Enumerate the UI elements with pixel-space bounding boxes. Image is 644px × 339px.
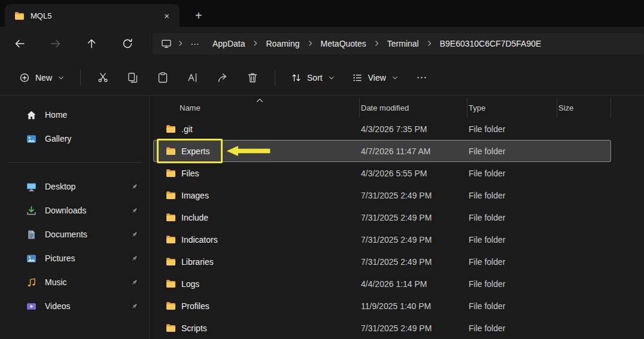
file-date: 7/31/2025 2:49 PM [360, 213, 467, 222]
folder-icon [166, 279, 176, 289]
pictures-icon [26, 254, 37, 264]
chevron-right-icon[interactable] [373, 39, 381, 47]
folder-icon [166, 190, 176, 200]
file-explorer-window: MQL5 × + … AppData Roaming MetaQuotes Te… [0, 0, 644, 339]
chevron-right-icon[interactable] [306, 39, 314, 47]
forward-arrow-icon [50, 38, 62, 50]
share-button[interactable] [209, 66, 236, 89]
folder-icon [166, 323, 176, 333]
folder-icon [166, 234, 176, 245]
file-row-experts[interactable]: Experts 4/7/2026 11:47 AM File folder [153, 140, 611, 162]
folder-icon [166, 124, 176, 134]
sort-button[interactable]: Sort [284, 68, 342, 88]
column-header-name[interactable]: Name [153, 98, 360, 118]
chevron-right-icon[interactable] [426, 39, 433, 47]
sidebar-item-downloads[interactable]: Downloads [2, 198, 147, 222]
sort-button-label: Sort [307, 73, 323, 83]
up-arrow-icon [86, 38, 98, 50]
file-name: Images [181, 191, 209, 200]
breadcrumb-item-appdata[interactable]: AppData [206, 36, 251, 51]
up-button[interactable] [80, 33, 104, 54]
file-row-logs[interactable]: Logs 4/4/2026 1:14 PM File folder [153, 273, 611, 295]
explorer-tab[interactable]: MQL5 × [5, 4, 180, 27]
videos-icon [26, 301, 37, 311]
sidebar-item-videos[interactable]: Videos [2, 294, 147, 318]
refresh-button[interactable] [116, 33, 139, 54]
file-row-files[interactable]: Files 4/3/2026 5:55 PM File folder [153, 162, 611, 184]
more-options-button[interactable]: ⋯ [408, 66, 436, 89]
file-name: Include [181, 213, 208, 222]
breadcrumb-item-terminal-id[interactable]: B9E60310C6CF7D5FA90E [433, 36, 548, 51]
file-row-images[interactable]: Images 7/31/2025 2:49 PM File folder [153, 184, 611, 206]
sidebar-item-gallery[interactable]: Gallery [2, 127, 147, 151]
file-type: File folder [467, 146, 557, 156]
breadcrumb-overflow-button[interactable]: … [184, 35, 206, 51]
pin-icon [130, 255, 138, 262]
file-list-panel: Name Date modified Type Size .git 4/3/20… [150, 96, 644, 339]
file-row-scripts[interactable]: Scripts 7/31/2025 2:49 PM File folder [153, 317, 611, 339]
breadcrumb-item-roaming[interactable]: Roaming [259, 36, 306, 51]
chevron-right-icon[interactable] [251, 39, 259, 47]
sidebar-item-desktop[interactable]: Desktop [2, 175, 147, 198]
rename-icon [187, 72, 199, 84]
breadcrumb-item-metaquotes[interactable]: MetaQuotes [314, 36, 373, 51]
copy-icon [127, 72, 139, 84]
desktop-icon [26, 182, 37, 192]
back-button[interactable] [8, 33, 32, 54]
file-type: File folder [467, 257, 557, 267]
refresh-icon [121, 38, 133, 50]
chevron-down-icon [391, 74, 399, 81]
cut-button[interactable] [89, 66, 117, 89]
breadcrumb-item-terminal[interactable]: Terminal [381, 36, 426, 51]
rename-button[interactable] [179, 66, 206, 89]
new-button[interactable]: New [12, 68, 72, 88]
folder-icon [14, 11, 25, 21]
toolbar: New Sort View ⋯ [0, 60, 644, 96]
file-type: File folder [467, 213, 557, 222]
file-row-indicators[interactable]: Indicators 7/31/2025 2:49 PM File folder [153, 228, 611, 251]
breadcrumb-this-pc[interactable] [156, 36, 177, 51]
file-type: File folder [467, 323, 557, 333]
sidebar-item-music[interactable]: Music [2, 270, 147, 294]
column-header-type[interactable]: Type [467, 98, 557, 118]
sidebar-item-pictures[interactable]: Pictures [2, 246, 147, 270]
new-tab-button[interactable]: + [188, 4, 209, 27]
file-row-include[interactable]: Include 7/31/2025 2:49 PM File folder [153, 206, 611, 228]
paste-button[interactable] [149, 66, 177, 89]
folder-icon [166, 146, 176, 156]
trash-icon [247, 72, 259, 84]
sidebar-item-documents[interactable]: Documents [2, 222, 147, 246]
chevron-right-icon[interactable] [177, 39, 184, 47]
file-row-libraries[interactable]: Libraries 7/31/2025 2:49 PM File folder [153, 251, 611, 273]
address-bar[interactable]: … AppData Roaming MetaQuotes Terminal B9… [153, 33, 644, 54]
toolbar-separator [275, 70, 275, 85]
file-date: 7/31/2025 2:49 PM [360, 323, 467, 333]
delete-button[interactable] [239, 66, 266, 89]
back-arrow-icon [14, 38, 26, 50]
pin-icon [130, 303, 138, 310]
file-name: Scripts [181, 323, 207, 333]
file-row-profiles[interactable]: Profiles 11/9/2025 1:40 PM File folder [153, 295, 611, 317]
file-type: File folder [467, 124, 557, 134]
file-type: File folder [467, 191, 557, 200]
chevron-down-icon [57, 74, 65, 81]
file-name: Libraries [181, 257, 214, 267]
close-tab-button[interactable]: × [159, 10, 175, 22]
share-icon [217, 72, 229, 84]
sidebar-divider [7, 162, 142, 163]
music-icon [26, 277, 37, 288]
view-button[interactable]: View [345, 68, 406, 88]
sidebar-item-home[interactable]: Home [2, 103, 147, 127]
file-row-git[interactable]: .git 4/3/2026 7:35 PM File folder [153, 118, 611, 140]
toolbar-separator [80, 70, 81, 85]
copy-button[interactable] [119, 66, 147, 89]
folder-icon [166, 168, 176, 178]
file-name: .git [181, 124, 193, 134]
file-date: 11/9/2025 1:40 PM [360, 301, 467, 311]
column-header-date-modified[interactable]: Date modified [360, 98, 467, 118]
sidebar: Home Gallery Desktop Downloads Documents [0, 96, 150, 339]
column-header-size[interactable]: Size [557, 98, 611, 118]
forward-button[interactable] [44, 33, 68, 54]
documents-icon [26, 230, 37, 240]
this-pc-icon [161, 38, 172, 49]
